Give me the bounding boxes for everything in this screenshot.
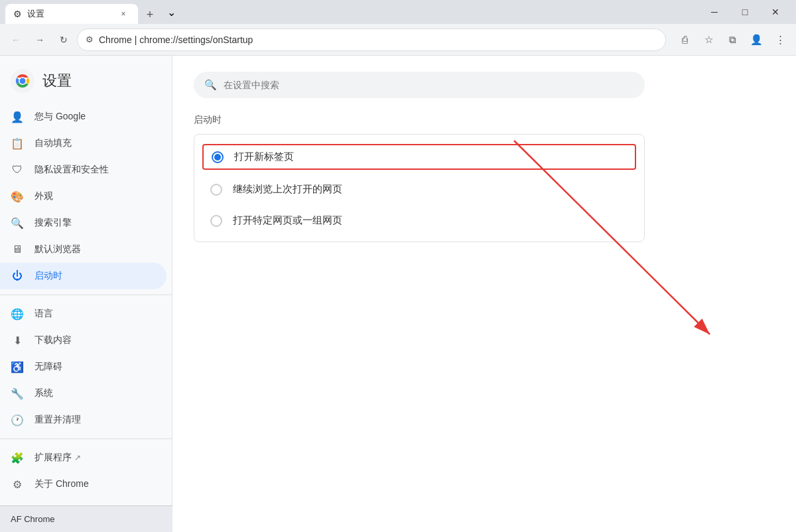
sidebar-label-startup: 启动时	[34, 270, 62, 282]
chrome-logo-icon	[11, 69, 34, 93]
close-button[interactable]: ✕	[760, 0, 791, 24]
tab-title: 设置	[27, 8, 44, 20]
profile-button[interactable]: 👤	[746, 29, 767, 50]
sidebar-label-accessibility: 无障碍	[34, 361, 62, 373]
back-button[interactable]: ←	[5, 29, 27, 50]
addressbar: ← → ↻ ⚙ Chrome | chrome://settings/onSta…	[0, 24, 796, 56]
more-icon: ⋮	[775, 34, 785, 46]
about-icon: ⚙	[11, 478, 24, 491]
reset-icon: 🕐	[11, 413, 24, 427]
sidebar-item-google[interactable]: 👤 您与 Google	[0, 103, 166, 130]
sidebar-item-downloads[interactable]: ⬇ 下载内容	[0, 327, 166, 354]
radio-new-tab[interactable]	[212, 151, 224, 163]
share-icon: ⎙	[682, 34, 688, 45]
sidebar-item-browser[interactable]: 🖥 默认浏览器	[0, 236, 166, 263]
search-icon: 🔍	[11, 216, 24, 230]
forward-icon: →	[35, 34, 44, 45]
sidebar-label-browser: 默认浏览器	[34, 243, 81, 255]
forward-button[interactable]: →	[29, 29, 50, 50]
sidebar-item-system[interactable]: 🔧 系统	[0, 380, 166, 407]
puzzle-icon: 🧩	[11, 451, 24, 464]
tab-close-button[interactable]: ×	[117, 7, 130, 21]
taskbar-hint: AF Chrome	[0, 505, 172, 532]
option-continue[interactable]: 继续浏览上次打开的网页	[194, 174, 644, 205]
bookmark-button[interactable]: ☆	[698, 29, 719, 50]
sidebar-item-autofill[interactable]: 📋 自动填充	[0, 130, 166, 157]
sidebar-label-autofill: 自动填充	[34, 137, 72, 149]
sidebar-item-startup[interactable]: ⏻ 启动时	[0, 263, 166, 289]
refresh-button[interactable]: ↻	[53, 29, 74, 50]
sidebar-label-search: 搜索引擎	[34, 217, 72, 229]
option-continue-label: 继续浏览上次打开的网页	[233, 183, 342, 196]
chevron-down-icon: ⌄	[167, 6, 176, 19]
search-input[interactable]	[224, 80, 634, 90]
tab-favicon: ⚙	[13, 9, 22, 19]
sidebar-title: 设置	[42, 71, 72, 91]
svg-point-3	[20, 78, 26, 84]
sidebar-item-privacy[interactable]: 🛡 隐私设置和安全性	[0, 157, 166, 183]
shield-icon: 🛡	[11, 163, 24, 176]
profile-icon: 👤	[750, 34, 763, 46]
reading-icon: ⧉	[729, 34, 736, 46]
share-button[interactable]: ⎙	[674, 29, 695, 50]
window-controls: ─ □ ✕	[699, 0, 791, 24]
minimize-button[interactable]: ─	[699, 0, 730, 24]
globe-icon: 🌐	[11, 307, 24, 320]
wrench-icon: 🔧	[11, 387, 24, 400]
sidebar-label-about: 关于 Chrome	[34, 478, 89, 490]
search-bar: 🔍	[194, 72, 645, 98]
option-new-tab-label: 打开新标签页	[234, 151, 294, 163]
sidebar-item-extensions[interactable]: 🧩 扩展程序 ↗	[0, 444, 166, 471]
option-specific-label: 打开特定网页或一组网页	[233, 214, 342, 227]
toolbar-actions: ⎙ ☆ ⧉ 👤 ⋮	[674, 29, 791, 50]
sidebar-label-downloads: 下载内容	[34, 334, 72, 346]
sidebar-label-language: 语言	[34, 308, 53, 320]
maximize-button[interactable]: □	[730, 0, 760, 24]
new-tab-button[interactable]: +	[141, 5, 159, 24]
taskbar-label: AF Chrome	[11, 514, 54, 524]
external-link-icon: ↗	[74, 453, 81, 462]
sidebar-item-language[interactable]: 🌐 语言	[0, 300, 166, 327]
palette-icon: 🎨	[11, 190, 24, 203]
sidebar: 设置 👤 您与 Google 📋 自动填充 🛡 隐私设置和安全性 🎨 外观 🔍 …	[0, 56, 172, 532]
option-new-tab[interactable]: 打开新标签页	[194, 140, 644, 174]
titlebar: ⚙ 设置 × + ⌄ ─ □ ✕	[0, 0, 796, 24]
power-icon: ⏻	[11, 269, 24, 283]
sidebar-item-search[interactable]: 🔍 搜索引擎	[0, 210, 166, 236]
sidebar-label-extensions: 扩展程序	[34, 452, 72, 464]
radio-continue[interactable]	[210, 184, 222, 196]
sidebar-item-accessibility[interactable]: ♿ 无障碍	[0, 354, 166, 380]
sidebar-divider-1	[0, 295, 172, 295]
main-layout: 设置 👤 您与 Google 📋 自动填充 🛡 隐私设置和安全性 🎨 外观 🔍 …	[0, 56, 796, 532]
reading-mode-button[interactable]: ⧉	[722, 29, 743, 50]
accessibility-icon: ♿	[11, 360, 24, 373]
radio-dot-new-tab	[214, 154, 221, 161]
download-icon: ⬇	[11, 334, 24, 347]
sidebar-label-system: 系统	[34, 387, 53, 399]
sidebar-label-google: 您与 Google	[34, 111, 86, 123]
section-title: 启动时	[194, 114, 775, 126]
tab-area: ⚙ 设置 × +	[5, 0, 159, 24]
sidebar-item-reset[interactable]: 🕐 重置并清理	[0, 407, 166, 433]
radio-specific[interactable]	[210, 215, 222, 227]
startup-options-card: 打开新标签页 继续浏览上次打开的网页 打开特定网页或一组网页	[194, 134, 645, 242]
tabs-dropdown-button[interactable]: ⌄	[162, 3, 180, 21]
active-tab[interactable]: ⚙ 设置 ×	[5, 4, 138, 24]
person-icon: 👤	[11, 110, 24, 123]
menu-button[interactable]: ⋮	[769, 29, 791, 50]
refresh-icon: ↻	[60, 34, 68, 45]
content-area: 🔍 启动时 打开新标签页 继续浏览上次打开的网页	[172, 56, 796, 532]
sidebar-header: 设置	[0, 61, 172, 103]
url-bar[interactable]: ⚙ Chrome | chrome://settings/onStartup	[77, 29, 666, 51]
sidebar-label-privacy: 隐私设置和安全性	[34, 164, 109, 176]
back-icon: ←	[11, 34, 21, 45]
sidebar-label-reset: 重置并清理	[34, 414, 81, 426]
sidebar-item-appearance[interactable]: 🎨 外观	[0, 183, 166, 210]
url-settings-icon: ⚙	[86, 34, 94, 44]
sidebar-label-appearance: 外观	[34, 190, 53, 202]
autofill-icon: 📋	[11, 137, 24, 150]
url-text: Chrome | chrome://settings/onStartup	[99, 34, 657, 45]
option-specific[interactable]: 打开特定网页或一组网页	[194, 205, 644, 236]
sidebar-item-about[interactable]: ⚙ 关于 Chrome	[0, 471, 166, 498]
sidebar-divider-2	[0, 438, 172, 439]
